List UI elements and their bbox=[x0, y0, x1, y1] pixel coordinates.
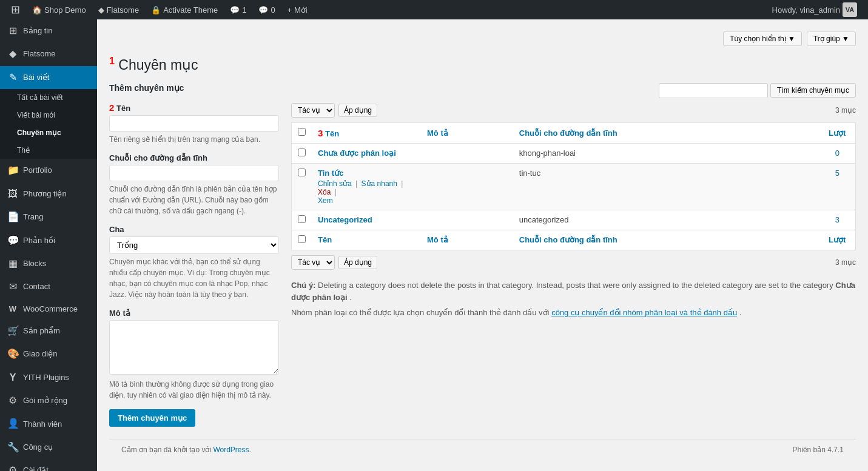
desc-col-link[interactable]: Mô tả bbox=[427, 129, 448, 138]
sidebar-item-settings[interactable]: ⚙ Cài đặt bbox=[0, 459, 97, 471]
sidebar-item-users[interactable]: 👤 Thành viên bbox=[0, 412, 97, 435]
sidebar-item-dashboard[interactable]: ⊞ Bảng tin bbox=[0, 19, 97, 42]
desc-label: Mô tả bbox=[109, 309, 279, 318]
categories-table: 3 Tên Mô tả Chuỗi cho đường dẫn tĩnh Lượ… bbox=[291, 122, 856, 250]
name-label: 2 Tên bbox=[109, 102, 279, 113]
sidebar-item-comments[interactable]: 💬 Phản hồi bbox=[0, 229, 97, 252]
sidebar-item-appearance[interactable]: 🎨 Giao diện bbox=[0, 342, 97, 366]
chu-y-label: Chú ý: bbox=[291, 281, 315, 290]
sidebar-item-flatsome[interactable]: ◆ Flatsome bbox=[0, 42, 97, 65]
select-all-checkbox[interactable] bbox=[298, 128, 306, 136]
note-line2: Nhóm phân loại có thể được lựa chọn chuy… bbox=[291, 307, 856, 319]
row2-quick-edit-link[interactable]: Sửa nhanh bbox=[362, 179, 397, 188]
tools-icon: 🔧 bbox=[7, 441, 18, 454]
row2-checkbox[interactable] bbox=[298, 169, 306, 176]
posts-icon: ✎ bbox=[7, 71, 18, 84]
shop-demo-label: Shop Demo bbox=[44, 5, 86, 15]
row1-count-link[interactable]: 0 bbox=[835, 149, 839, 158]
sidebar-item-contact[interactable]: ✉ Contact bbox=[0, 275, 97, 298]
comments-label: Phản hồi bbox=[23, 235, 55, 246]
name-col-link[interactable]: Tên bbox=[325, 129, 339, 138]
messages-item[interactable]: 💬 0 bbox=[252, 0, 281, 19]
wordpress-link[interactable]: WordPress bbox=[213, 446, 249, 454]
comments-item[interactable]: 💬 1 bbox=[224, 0, 252, 19]
footer-desc-col-link[interactable]: Mô tả bbox=[427, 235, 448, 244]
slug-input[interactable] bbox=[109, 165, 279, 181]
footer-slug-col-link[interactable]: Chuỗi cho đường dẫn tĩnh bbox=[519, 235, 617, 244]
footer-count-col-link[interactable]: Lượt bbox=[829, 235, 846, 244]
sidebar-item-products[interactable]: 🛒 Sản phẩm bbox=[0, 319, 97, 342]
user-greeting[interactable]: Howdy, vina_admin VA bbox=[766, 0, 863, 19]
shop-demo-item[interactable]: 🏠 Shop Demo bbox=[26, 0, 92, 19]
table-row: Chưa được phân loại khong-phan-loai 0 bbox=[292, 143, 856, 163]
desc-textarea[interactable] bbox=[109, 320, 279, 375]
item-count-top: 3 mục bbox=[835, 106, 856, 115]
dashboard-label: Bảng tin bbox=[23, 25, 52, 36]
sidebar-item-tools[interactable]: 🔧 Công cụ bbox=[0, 436, 97, 459]
header-count-col: Lượt bbox=[819, 122, 856, 143]
footer-thanks: Cảm ơn bạn đã khởi tạo với WordPress. bbox=[121, 446, 251, 454]
table-body: Chưa được phân loại khong-phan-loai 0 bbox=[292, 143, 856, 250]
woocommerce-icon: W bbox=[7, 304, 18, 315]
row1-name-link[interactable]: Chưa được phân loại bbox=[318, 149, 396, 158]
sidebar-item-categories[interactable]: Chuyên mục bbox=[0, 124, 97, 142]
apply-label-top: Áp dụng bbox=[344, 106, 372, 115]
appearance-icon: 🎨 bbox=[7, 347, 18, 361]
bulk-action-select-bottom[interactable]: Tác vụ bbox=[291, 255, 335, 270]
sidebar-item-blocks[interactable]: ▦ Blocks bbox=[0, 252, 97, 275]
row3-name-link[interactable]: Uncategorized bbox=[318, 215, 372, 224]
parent-label: Cha bbox=[109, 225, 279, 234]
screen-options-button[interactable]: Tùy chọn hiển thị ▼ bbox=[723, 32, 802, 46]
search-button[interactable]: Tìm kiếm chuyên mục bbox=[770, 83, 856, 98]
apply-button-bottom[interactable]: Áp dụng bbox=[338, 256, 377, 269]
wp-logo-item[interactable]: ⊞ bbox=[5, 0, 26, 19]
lock-icon: 🔒 bbox=[151, 5, 161, 15]
row1-desc-cell bbox=[421, 143, 513, 163]
row2-edit-link[interactable]: Chỉnh sửa bbox=[318, 179, 352, 188]
row2-view-link[interactable]: Xem bbox=[318, 196, 333, 205]
row2-delete-link[interactable]: Xóa bbox=[318, 188, 331, 196]
sidebar-item-new-post[interactable]: Viết bài mới bbox=[0, 107, 97, 124]
sidebar-item-yith[interactable]: Y YITH Plugins bbox=[0, 366, 97, 389]
activate-theme-item[interactable]: 🔒 Activate Theme bbox=[145, 0, 224, 19]
footer-name-col-link[interactable]: Tên bbox=[318, 235, 332, 244]
submit-category-button[interactable]: Thêm chuyên mục bbox=[109, 409, 195, 427]
greeting-text: Howdy, vina_admin bbox=[772, 5, 840, 15]
apply-button-top[interactable]: Áp dụng bbox=[338, 104, 377, 117]
row2-count-link[interactable]: 5 bbox=[835, 169, 839, 178]
select-all-footer-checkbox[interactable] bbox=[298, 235, 306, 243]
count-col-link[interactable]: Lượt bbox=[829, 129, 846, 138]
conversion-tool-link[interactable]: công cụ chuyển đổi nhóm phân loại và thẻ… bbox=[551, 308, 737, 317]
sidebar-item-media[interactable]: 🖼 Phương tiện bbox=[0, 182, 97, 205]
note-text2: . bbox=[349, 293, 352, 302]
table-bottom-actions: Tác vụ Áp dụng 3 mục bbox=[291, 255, 856, 270]
sidebar-item-posts[interactable]: ✎ Bài viết bbox=[0, 66, 97, 89]
slug-col-link[interactable]: Chuỗi cho đường dẫn tĩnh bbox=[519, 129, 617, 138]
row3-checkbox[interactable] bbox=[298, 215, 306, 223]
pages-icon: 📄 bbox=[7, 210, 18, 224]
flatsome-sidebar-label: Flatsome bbox=[23, 48, 55, 59]
new-item[interactable]: + Mới bbox=[281, 0, 314, 19]
sidebar-item-woocommerce[interactable]: W WooCommerce bbox=[0, 299, 97, 319]
row2-name-link[interactable]: Tin tức bbox=[318, 169, 343, 178]
sidebar-item-tags[interactable]: Thẻ bbox=[0, 142, 97, 159]
row3-count-link[interactable]: 3 bbox=[835, 215, 839, 224]
row2-slug-value: tin-tuc bbox=[519, 169, 540, 178]
parent-select[interactable]: Trống bbox=[109, 236, 279, 254]
footer-checkbox-col bbox=[292, 230, 312, 250]
bulk-action-select[interactable]: Tác vụ bbox=[291, 103, 335, 118]
search-input[interactable] bbox=[659, 83, 768, 98]
footer: Cảm ơn bạn đã khởi tạo với WordPress. Ph… bbox=[109, 439, 856, 460]
woocommerce-label: WooCommerce bbox=[23, 304, 78, 315]
sidebar-item-all-posts[interactable]: Tất cả bài viết bbox=[0, 89, 97, 107]
sidebar-item-pages[interactable]: 📄 Trang bbox=[0, 205, 97, 229]
sidebar-item-extensions[interactable]: ⚙ Gói mở rộng bbox=[0, 389, 97, 412]
note-line2-prefix: Nhóm phân loại có thể được lựa chọn chuy… bbox=[291, 308, 551, 317]
row1-checkbox[interactable] bbox=[298, 149, 306, 156]
help-button[interactable]: Trợ giúp ▼ bbox=[807, 32, 856, 46]
name-input[interactable] bbox=[109, 115, 279, 132]
flatsome-item[interactable]: ◆ Flatsome bbox=[92, 0, 145, 19]
bulk-actions-bottom-left: Tác vụ Áp dụng bbox=[291, 255, 377, 270]
sidebar-item-portfolio[interactable]: 📁 Portfolio bbox=[0, 159, 97, 182]
message-count: 0 bbox=[271, 5, 275, 15]
